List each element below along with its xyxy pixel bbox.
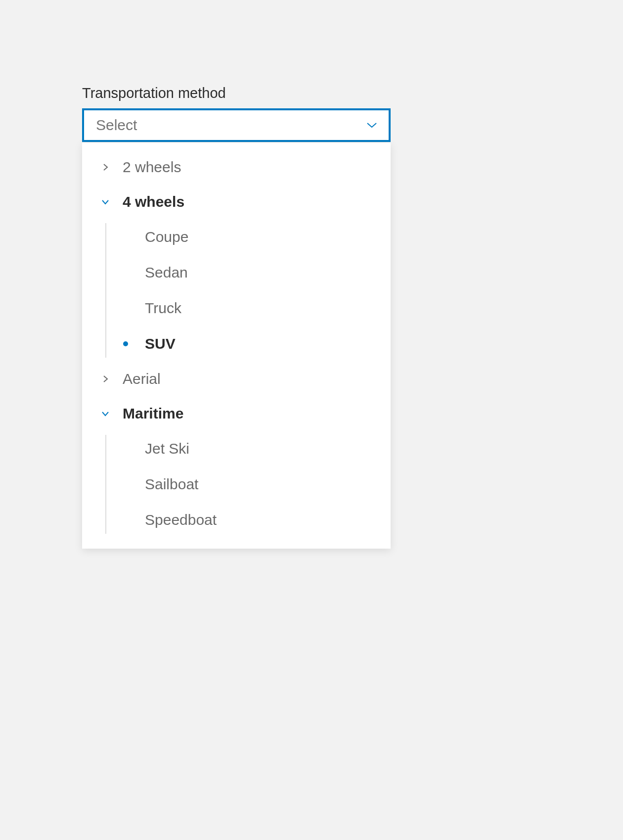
option-label: Jet Ski xyxy=(145,440,189,457)
option-label: Speedboat xyxy=(145,512,217,528)
bullet-icon xyxy=(123,306,128,311)
bullet-icon xyxy=(123,482,128,487)
tree-item-label: 2 wheels xyxy=(123,159,181,176)
chevron-down-icon xyxy=(99,407,112,420)
option-sailboat[interactable]: Sailboat xyxy=(105,467,391,502)
sub-group-4-wheels: Coupe Sedan Truck SUV xyxy=(105,219,391,362)
bullet-icon xyxy=(123,517,128,522)
option-label: Sedan xyxy=(145,264,188,281)
chevron-right-icon xyxy=(99,161,112,174)
option-jet-ski[interactable]: Jet Ski xyxy=(105,431,391,467)
select-placeholder: Select xyxy=(96,117,137,134)
bullet-icon xyxy=(123,270,128,275)
option-label: Sailboat xyxy=(145,476,198,493)
chevron-down-icon xyxy=(99,195,112,208)
chevron-right-icon xyxy=(99,373,112,385)
tree-item-2-wheels[interactable]: 2 wheels xyxy=(82,150,391,185)
bullet-icon xyxy=(123,234,128,239)
tree-item-label: Maritime xyxy=(123,405,183,422)
option-truck[interactable]: Truck xyxy=(105,290,391,326)
option-suv[interactable]: SUV xyxy=(105,326,391,362)
option-label: SUV xyxy=(145,335,176,352)
option-coupe[interactable]: Coupe xyxy=(105,219,391,255)
tree-item-label: Aerial xyxy=(123,371,161,387)
tree-item-4-wheels[interactable]: 4 wheels xyxy=(82,185,391,219)
option-label: Truck xyxy=(145,300,181,317)
tree-item-aerial[interactable]: Aerial xyxy=(82,362,391,396)
option-sedan[interactable]: Sedan xyxy=(105,255,391,290)
chevron-down-icon xyxy=(366,119,378,131)
option-speedboat[interactable]: Speedboat xyxy=(105,502,391,538)
field-label: Transportation method xyxy=(82,85,391,101)
bullet-icon xyxy=(123,446,128,451)
option-label: Coupe xyxy=(145,229,188,245)
bullet-icon xyxy=(123,341,128,346)
sub-group-maritime: Jet Ski Sailboat Speedboat xyxy=(105,431,391,538)
tree-item-label: 4 wheels xyxy=(123,193,184,210)
dropdown-panel: 2 wheels 4 wheels Coupe Sedan Truck xyxy=(82,143,391,549)
tree-item-maritime[interactable]: Maritime xyxy=(82,396,391,431)
select-input[interactable]: Select xyxy=(82,108,391,142)
